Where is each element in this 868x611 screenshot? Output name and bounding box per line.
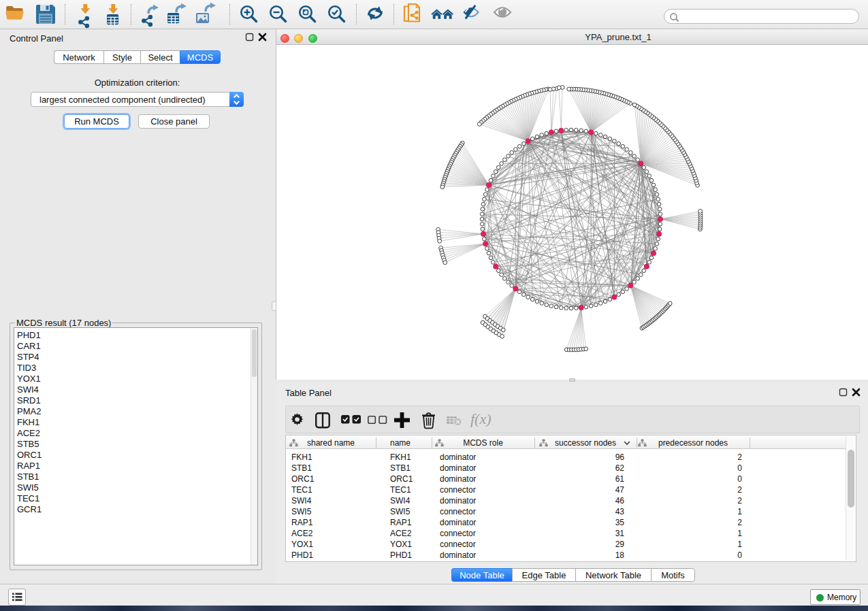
svg-text:f(x): f(x) [470, 410, 492, 427]
